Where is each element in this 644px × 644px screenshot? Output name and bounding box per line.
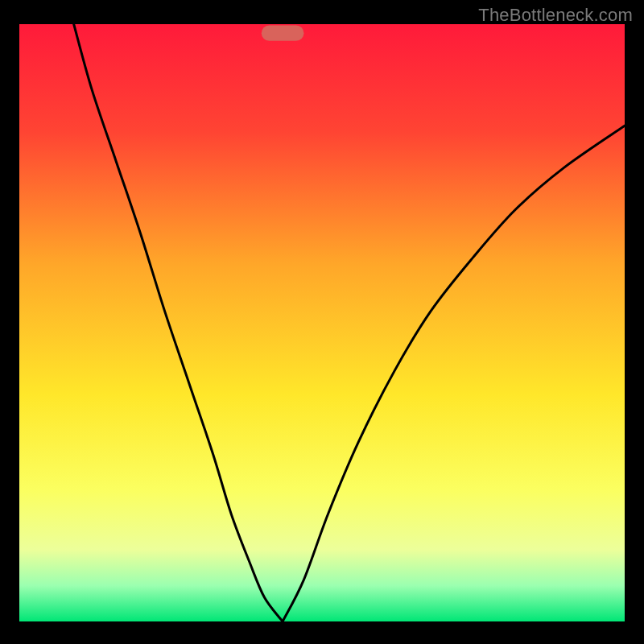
bottleneck-chart	[19, 24, 625, 621]
minimum-marker	[262, 25, 304, 40]
chart-svg	[19, 24, 625, 621]
watermark-text: TheBottleneck.com	[478, 5, 633, 26]
